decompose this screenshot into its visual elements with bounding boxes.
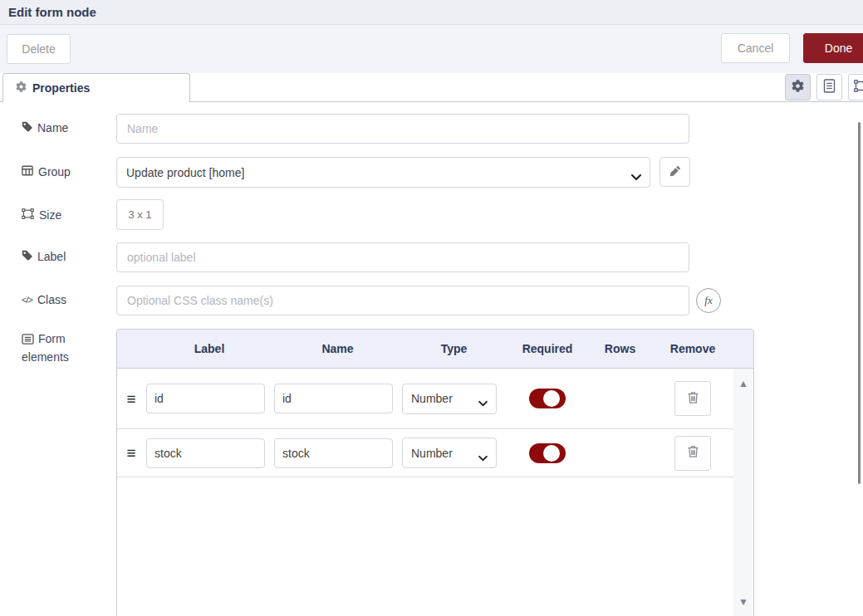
element-type-select[interactable]: Number <box>402 438 497 468</box>
element-name-input[interactable] <box>274 384 393 413</box>
remove-row-button[interactable] <box>674 436 711 471</box>
form-elements-table-header: Label Name Type Required Rows Remove <box>117 330 753 369</box>
table-row: ≡ Number <box>117 369 733 429</box>
object-group-icon <box>22 208 34 222</box>
window-scrollbar-thumb[interactable] <box>858 122 861 484</box>
tag-icon <box>22 250 32 263</box>
label-input[interactable] <box>116 242 689 272</box>
name-input[interactable] <box>116 114 689 144</box>
edit-group-button[interactable] <box>660 157 690 187</box>
form-elements-field-label: Form elements <box>22 330 108 366</box>
gear-icon <box>16 81 27 95</box>
done-button[interactable]: Done <box>803 33 863 63</box>
document-icon <box>823 79 836 95</box>
required-toggle[interactable] <box>529 389 566 408</box>
delete-button[interactable]: Delete <box>7 34 71 64</box>
page-title: Edit form node <box>8 5 96 19</box>
dialog-button-bar: Delete Cancel Done <box>0 25 863 73</box>
appearance-tab-button[interactable] <box>848 74 863 100</box>
table-scrollbar[interactable]: ▲ ▼ <box>733 369 753 616</box>
form-elements-rows: ≡ Number <box>117 369 733 616</box>
table-row: ≡ Number <box>117 429 733 477</box>
tag-icon <box>22 121 32 134</box>
form-elements-table: Label Name Type Required Rows Remove ≡ N… <box>116 329 754 616</box>
scroll-up-icon[interactable]: ▲ <box>733 379 753 389</box>
element-type-select-wrap: Number <box>402 438 497 468</box>
scroll-down-icon[interactable]: ▼ <box>733 597 753 607</box>
class-input[interactable] <box>116 286 689 315</box>
element-label-input[interactable] <box>146 384 265 413</box>
drag-handle-icon[interactable]: ≡ <box>117 445 145 461</box>
element-label-input[interactable] <box>146 438 265 468</box>
element-name-input[interactable] <box>274 438 393 468</box>
gear-icon <box>792 80 804 95</box>
group-select-wrap: Update product [home] <box>116 157 650 188</box>
class-field-label: </> Class <box>22 293 66 306</box>
column-header-name: Name <box>273 342 402 355</box>
edit-form-node-dialog: Edit form node Delete Cancel Done Proper… <box>0 0 863 616</box>
column-header-required: Required <box>506 342 589 355</box>
dialog-header: Edit form node <box>0 0 863 25</box>
tab-bar: Properties <box>0 73 863 102</box>
cancel-button[interactable]: Cancel <box>721 33 790 63</box>
size-button[interactable]: 3 x 1 <box>116 199 164 230</box>
column-header-label: Label <box>145 342 273 355</box>
appearance-icon <box>854 80 863 95</box>
column-header-rows: Rows <box>589 342 651 355</box>
table-icon <box>22 165 33 178</box>
column-header-type: Type <box>402 342 506 355</box>
element-type-select[interactable]: Number <box>402 384 497 414</box>
fx-button[interactable]: fx <box>696 288 721 313</box>
group-field-label: Group <box>22 165 71 178</box>
size-field-label: Size <box>22 208 61 222</box>
label-field-label: Label <box>22 250 66 263</box>
description-tab-button[interactable] <box>816 74 842 100</box>
required-toggle[interactable] <box>529 443 566 463</box>
list-alt-icon <box>22 332 38 345</box>
properties-tab-button[interactable] <box>785 74 811 100</box>
drag-handle-icon[interactable]: ≡ <box>117 391 145 407</box>
trash-icon <box>687 391 699 407</box>
remove-row-button[interactable] <box>674 381 711 416</box>
code-icon: </> <box>22 295 32 305</box>
tab-properties-label: Properties <box>32 81 90 95</box>
group-select[interactable]: Update product [home] <box>116 157 650 188</box>
pencil-icon <box>669 165 681 179</box>
column-header-remove: Remove <box>651 342 734 355</box>
tab-properties[interactable]: Properties <box>2 73 190 102</box>
element-type-select-wrap: Number <box>402 384 497 414</box>
trash-icon <box>687 445 699 461</box>
name-field-label: Name <box>22 121 68 134</box>
